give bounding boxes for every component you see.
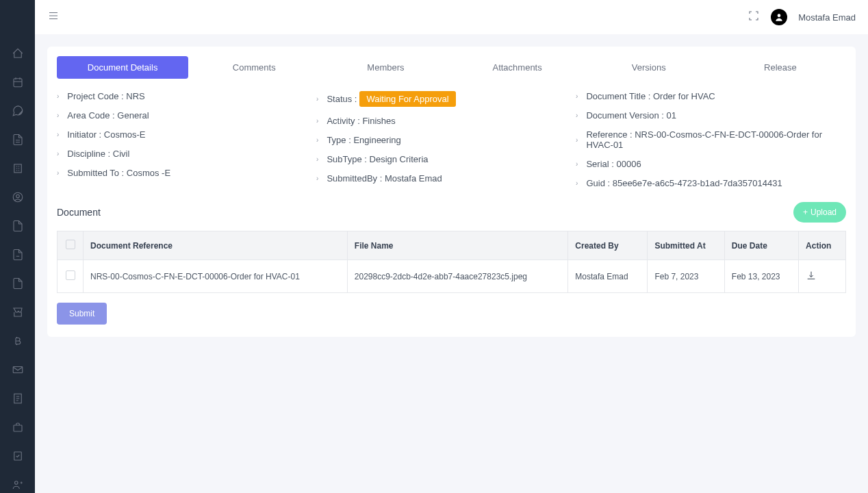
row-checkbox[interactable] — [66, 270, 75, 280]
chevron-right-icon: › — [316, 155, 318, 163]
document-table: Document Reference File Name Created By … — [57, 231, 846, 293]
svg-rect-1 — [14, 164, 21, 173]
reference-value: Reference : NRS-00-Cosmos-C-FN-E-DCT-000… — [586, 129, 846, 150]
sidebar-item-mail[interactable] — [11, 363, 25, 377]
submitted-to-row: ›Submitted To : Cosmos -E — [57, 168, 303, 178]
chevron-right-icon: › — [57, 131, 59, 138]
tab-release[interactable]: Release — [715, 56, 846, 79]
submitted-to-value: Submitted To : Cosmos -E — [67, 168, 170, 178]
chevron-right-icon: › — [316, 117, 318, 125]
tab-members[interactable]: Members — [320, 56, 451, 79]
subtype-value: SubType : Design Criteria — [327, 154, 428, 164]
chevron-right-icon: › — [316, 175, 318, 182]
plus-icon: + — [803, 207, 808, 217]
tab-document-details[interactable]: Document Details — [57, 56, 188, 79]
building-icon — [12, 162, 24, 175]
menu-toggle[interactable] — [47, 10, 60, 25]
home-icon — [12, 47, 24, 60]
sidebar-item-user[interactable] — [11, 190, 25, 204]
reference-row: ›Reference : NRS-00-Cosmos-C-FN-E-DCT-00… — [576, 129, 846, 150]
tab-versions[interactable]: Versions — [583, 56, 715, 79]
store-icon — [12, 306, 24, 318]
sidebar-item-calendar[interactable] — [11, 75, 25, 89]
tab-comments[interactable]: Comments — [188, 56, 320, 79]
calendar-icon — [12, 76, 24, 88]
svg-rect-4 — [13, 367, 23, 373]
type-value: Type : Engineering — [327, 135, 400, 145]
guid-row: ›Guid : 85ee6e7e-a6c5-4723-b1ad-7da35701… — [576, 178, 846, 188]
svg-point-3 — [16, 194, 19, 198]
chevron-right-icon: › — [576, 92, 578, 100]
cell-action — [799, 260, 846, 293]
col-action: Action — [799, 231, 846, 260]
doc-title-row: ›Document Title : Order for HVAC — [576, 91, 846, 101]
submit-button[interactable]: Submit — [57, 303, 107, 325]
upload-button[interactable]: + Upload — [793, 202, 846, 223]
col-due-date: Due Date — [724, 231, 798, 260]
sidebar-item-home[interactable] — [11, 47, 25, 60]
chevron-right-icon: › — [57, 150, 59, 157]
sidebar-item-check[interactable] — [11, 449, 25, 463]
status-label: Status : — [327, 94, 357, 104]
details-col-3: ›Document Title : Order for HVAC ›Docume… — [576, 91, 846, 188]
chevron-right-icon: › — [316, 95, 318, 103]
svg-rect-0 — [14, 79, 22, 87]
document-card: Document Details Comments Members Attach… — [47, 47, 856, 337]
users-icon — [12, 479, 24, 491]
file-icon — [12, 134, 24, 146]
document-section-title: Document — [57, 207, 101, 218]
project-code-row: ›Project Code : NRS — [57, 91, 303, 101]
sidebar-item-doc3[interactable] — [11, 248, 25, 262]
table-row: NRS-00-Cosmos-C-FN-E-DCT-00006-Order for… — [58, 260, 846, 293]
chevron-right-icon: › — [316, 136, 318, 144]
project-code-value: Project Code : NRS — [67, 91, 144, 101]
file-plus-icon — [12, 277, 24, 290]
hamburger-icon — [47, 10, 60, 22]
serial-row: ›Serial : 00006 — [576, 159, 846, 169]
cell-filename: 20298cc9-2dcb-4d2e-abb7-4aace27823c5.jpe… — [347, 260, 567, 293]
sidebar-item-org[interactable] — [11, 162, 25, 175]
chat-icon — [12, 105, 24, 117]
sidebar-item-briefcase[interactable] — [11, 420, 25, 434]
file-minus-icon — [12, 249, 24, 261]
sidebar-item-users[interactable] — [11, 478, 25, 492]
sidebar-item-chat[interactable] — [11, 104, 25, 118]
tab-attachments[interactable]: Attachments — [452, 56, 583, 79]
details-col-2: ›Status :Waiting For Approval ›Activity … — [316, 91, 562, 188]
main-area: Mostafa Emad Document Details Comments M… — [35, 0, 868, 493]
header-checkbox[interactable] — [66, 240, 75, 249]
download-button[interactable] — [806, 273, 817, 283]
briefcase-icon — [12, 421, 24, 433]
chevron-right-icon: › — [57, 112, 59, 119]
sidebar-item-bitcoin[interactable] — [11, 334, 25, 348]
sidebar-item-doc2[interactable] — [11, 219, 25, 233]
file-text-icon — [12, 220, 24, 232]
fullscreen-toggle[interactable] — [748, 10, 760, 25]
sidebar-item-store[interactable] — [11, 305, 25, 319]
area-code-value: Area Code : General — [67, 110, 149, 121]
doc-version-value: Document Version : 01 — [586, 110, 676, 121]
sidebar-item-doc1[interactable] — [11, 133, 25, 147]
status-badge: Waiting For Approval — [359, 91, 455, 107]
chevron-right-icon: › — [57, 169, 59, 177]
discipline-row: ›Discipline : Civil — [57, 149, 303, 159]
avatar[interactable] — [771, 9, 787, 25]
sidebar-item-receipt[interactable] — [11, 392, 25, 405]
sidebar-item-doc4[interactable] — [11, 277, 25, 290]
header-right: Mostafa Emad — [748, 9, 856, 25]
receipt-icon — [12, 392, 24, 405]
guid-value: Guid : 85ee6e7e-a6c5-4723-b1ad-7da357014… — [586, 178, 782, 188]
details-grid: ›Project Code : NRS ›Area Code : General… — [47, 79, 856, 195]
bitcoin-icon — [12, 335, 24, 347]
chevron-right-icon: › — [576, 160, 578, 168]
col-checkbox — [58, 231, 84, 260]
document-section-header: Document + Upload — [47, 195, 856, 231]
col-reference: Document Reference — [84, 231, 348, 260]
chevron-right-icon: › — [57, 92, 59, 100]
avatar-icon — [774, 12, 784, 22]
svg-rect-6 — [14, 425, 22, 431]
cell-submitted-at: Feb 7, 2023 — [648, 260, 724, 293]
cell-created-by: Mostafa Emad — [568, 260, 648, 293]
doc-version-row: ›Document Version : 01 — [576, 110, 846, 121]
username: Mostafa Emad — [798, 12, 856, 23]
